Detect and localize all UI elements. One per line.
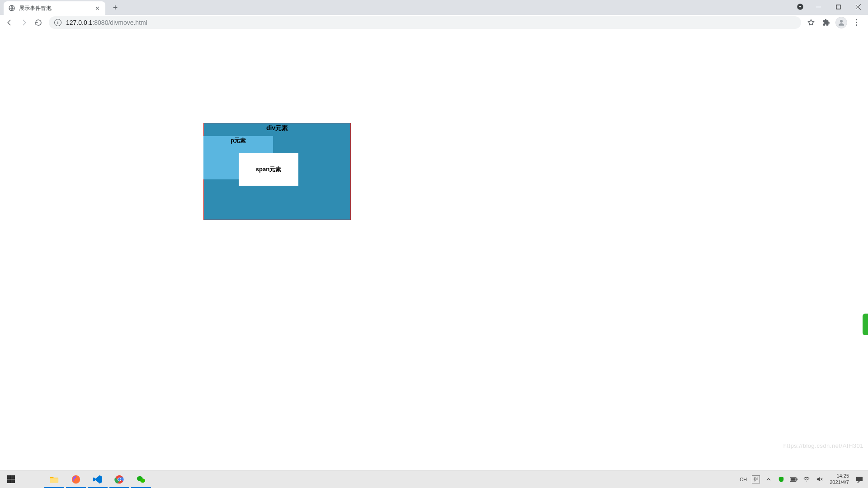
tray-security-icon[interactable] (777, 476, 785, 483)
browser-chrome: 展示事件冒泡 ✕ + i 127.0.0.1:8080/divmove.html (0, 0, 868, 30)
svg-rect-13 (797, 479, 797, 480)
search-button[interactable] (22, 470, 43, 488)
new-tab-button[interactable]: + (109, 1, 122, 14)
p-label: p元素 (231, 137, 246, 144)
tray-time-text: 14:25 (830, 473, 849, 479)
window-controls (795, 0, 868, 14)
minimize-button[interactable] (808, 0, 828, 14)
span-label: span元素 (256, 165, 281, 174)
tray-volume-icon[interactable] (815, 476, 823, 483)
tab-title: 展示事件冒泡 (19, 5, 90, 12)
windows-taskbar: CH 拼 14:25 2021/4/7 (0, 470, 868, 488)
site-info-icon[interactable]: i (54, 19, 61, 26)
system-tray: CH 拼 14:25 2021/4/7 (735, 470, 868, 488)
taskbar-chrome[interactable] (108, 470, 130, 488)
url-text: 127.0.0.1:8080/divmove.html (66, 19, 147, 26)
profile-avatar[interactable] (835, 17, 847, 28)
ime-ch-indicator[interactable]: CH (739, 477, 747, 482)
demo-div-element[interactable]: div元素 p元素 span元素 (203, 123, 351, 220)
globe-icon (8, 5, 15, 12)
tray-date-text: 2021/4/7 (830, 479, 849, 485)
tray-notifications-icon[interactable] (855, 476, 863, 483)
back-button[interactable] (3, 16, 16, 29)
svg-rect-2 (836, 5, 840, 9)
tab-bar: 展示事件冒泡 ✕ + (0, 0, 868, 15)
svg-rect-12 (791, 478, 796, 480)
extensions-icon[interactable] (820, 16, 833, 29)
reload-button[interactable] (32, 16, 45, 29)
svg-point-4 (29, 475, 35, 481)
bookmark-star-icon[interactable] (805, 16, 817, 29)
browser-toolbar: i 127.0.0.1:8080/divmove.html (0, 15, 868, 30)
chrome-menu-icon[interactable] (850, 16, 863, 29)
taskbar-firefox[interactable] (65, 470, 87, 488)
tray-clock[interactable]: 14:25 2021/4/7 (828, 473, 851, 485)
taskbar-wechat[interactable] (130, 470, 152, 488)
ime-pinyin-indicator[interactable]: 拼 (752, 475, 760, 483)
watermark-text: https://blog.csdn.net/AIH301 (783, 442, 863, 449)
scrollbar-indicator[interactable] (863, 314, 868, 335)
svg-point-3 (840, 20, 843, 23)
address-bar[interactable]: i 127.0.0.1:8080/divmove.html (49, 16, 801, 29)
tray-wifi-icon[interactable] (802, 476, 811, 483)
svg-point-10 (140, 479, 145, 483)
toolbar-right (805, 16, 865, 29)
maximize-button[interactable] (828, 0, 848, 14)
div-label: div元素 (266, 124, 288, 131)
account-indicator-icon[interactable] (795, 1, 806, 12)
forward-button[interactable] (17, 16, 31, 29)
tray-chevron-up-icon[interactable] (764, 477, 773, 482)
start-button[interactable] (0, 470, 22, 488)
browser-tab[interactable]: 展示事件冒泡 ✕ (4, 1, 105, 15)
taskbar-file-explorer[interactable] (43, 470, 65, 488)
svg-rect-14 (856, 477, 863, 481)
close-window-button[interactable] (848, 0, 868, 14)
taskbar-vscode[interactable] (87, 470, 108, 488)
page-viewport: div元素 p元素 span元素 https://blog.csdn.net/A… (0, 30, 868, 470)
tray-battery-icon[interactable] (790, 477, 798, 482)
svg-point-8 (118, 478, 121, 481)
demo-span-element[interactable]: span元素 (239, 153, 298, 186)
close-icon[interactable]: ✕ (94, 5, 101, 12)
